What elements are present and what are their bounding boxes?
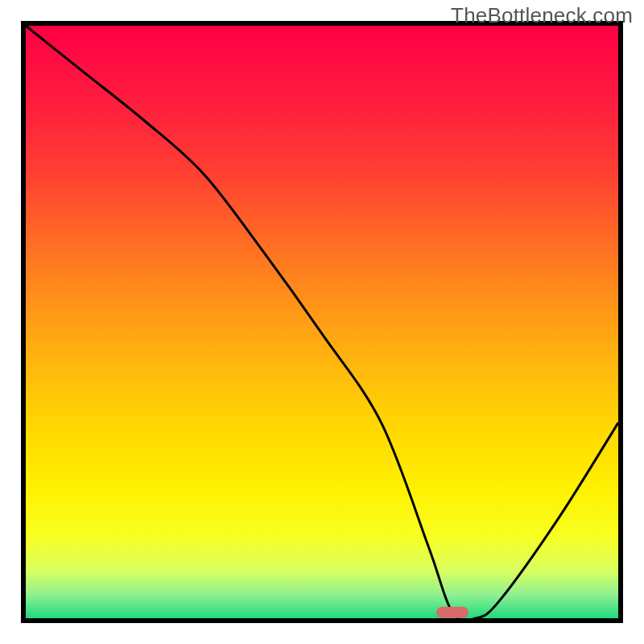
plot-background	[26, 26, 618, 618]
frame-right	[618, 21, 623, 623]
watermark-text: TheBottleneck.com	[451, 3, 633, 28]
frame-bottom	[21, 618, 623, 623]
bottleneck-chart	[0, 0, 644, 644]
frame-left	[21, 21, 26, 623]
chart-container: { "watermark": "TheBottleneck.com", "cha…	[0, 0, 644, 644]
optimal-marker	[436, 607, 469, 618]
